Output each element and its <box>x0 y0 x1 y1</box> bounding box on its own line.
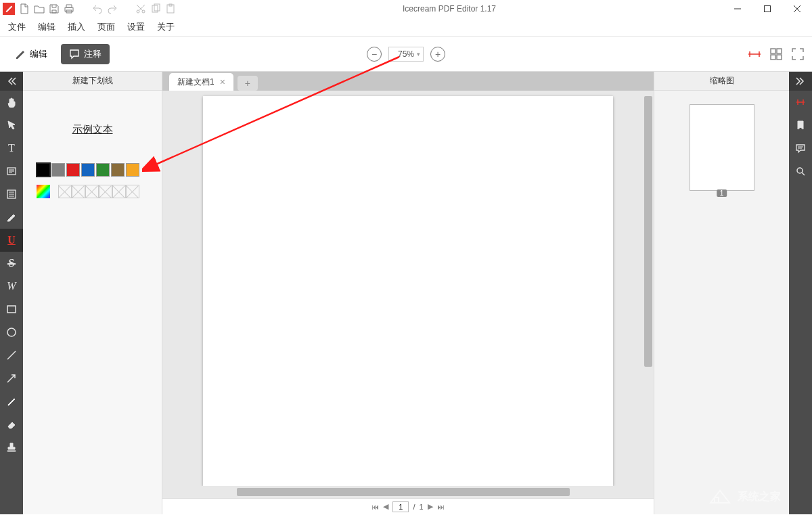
mode-bar: 编辑 注释 − 75% + <box>0 37 812 72</box>
strikethrough-tool[interactable]: S <box>0 252 23 275</box>
select-tool[interactable] <box>0 114 23 137</box>
thumbnails-tab[interactable] <box>789 91 812 114</box>
comments-tab[interactable] <box>789 137 812 160</box>
swatch-black[interactable] <box>37 163 50 177</box>
watermark: 系统之家 <box>705 482 807 512</box>
tab-label: 新建文档1 <box>177 76 215 88</box>
swatch-red[interactable] <box>66 163 80 177</box>
vertical-scrollbar[interactable] <box>644 96 652 367</box>
svg-rect-10 <box>777 55 782 60</box>
fit-width-icon[interactable] <box>747 47 762 62</box>
form-tool[interactable] <box>0 183 23 206</box>
underline-tool[interactable]: U <box>0 229 23 252</box>
page-thumbnail[interactable]: 1 <box>690 104 754 191</box>
add-tab-button[interactable]: + <box>238 76 258 91</box>
copy-icon[interactable] <box>150 3 161 14</box>
pencil-icon <box>15 49 26 60</box>
hand-tool[interactable] <box>0 91 23 114</box>
swatch-green[interactable] <box>96 163 110 177</box>
page-number-input[interactable] <box>392 501 409 512</box>
undo-icon[interactable] <box>92 3 103 14</box>
mode-edit-button[interactable]: 编辑 <box>7 44 55 64</box>
prev-page-button[interactable]: ◀ <box>383 502 388 511</box>
circle-tool[interactable] <box>0 321 23 344</box>
horizontal-scrollbar-track[interactable] <box>162 486 644 498</box>
tab-bar: 新建文档1 × + <box>162 72 654 91</box>
swatch-brown[interactable] <box>111 163 125 177</box>
pencil-tool[interactable] <box>0 390 23 413</box>
tab-close-icon[interactable]: × <box>220 76 225 87</box>
svg-text:系统之家: 系统之家 <box>737 490 781 502</box>
text-tool[interactable]: T <box>0 137 23 160</box>
rectangle-tool[interactable] <box>0 298 23 321</box>
document-tab[interactable]: 新建文档1 × <box>169 73 233 91</box>
menu-settings[interactable]: 设置 <box>127 21 145 33</box>
mode-annotate-label: 注释 <box>84 48 102 60</box>
maximize-button[interactable] <box>752 0 782 18</box>
print-icon[interactable] <box>64 3 74 14</box>
svg-rect-13 <box>7 306 16 313</box>
paste-icon[interactable] <box>165 3 176 14</box>
svg-rect-6 <box>765 6 771 12</box>
fullscreen-icon[interactable] <box>790 47 805 62</box>
note-tool[interactable] <box>0 160 23 183</box>
page-canvas[interactable] <box>203 96 613 486</box>
menu-file[interactable]: 文件 <box>8 21 26 33</box>
canvas-viewport[interactable] <box>162 91 654 498</box>
app-icon <box>3 3 15 15</box>
search-tab[interactable] <box>789 160 812 183</box>
color-picker-button[interactable] <box>37 185 50 198</box>
stamp-tool[interactable] <box>0 436 23 459</box>
page-thumbnail-number: 1 <box>717 189 727 197</box>
eraser-tool[interactable] <box>0 413 23 436</box>
menu-edit[interactable]: 编辑 <box>38 21 55 33</box>
svg-point-14 <box>7 328 16 336</box>
custom-swatch-empty[interactable] <box>85 185 99 198</box>
thumbnail-view-icon[interactable] <box>769 47 784 62</box>
new-file-icon[interactable] <box>19 3 30 14</box>
highlight-tool[interactable] <box>0 206 23 229</box>
open-file-icon[interactable] <box>34 3 45 14</box>
menu-page[interactable]: 页面 <box>97 21 115 33</box>
zoom-in-button[interactable]: + <box>430 47 445 62</box>
mode-annotate-button[interactable]: 注释 <box>61 44 110 64</box>
custom-swatch-empty[interactable] <box>72 185 85 198</box>
svg-rect-8 <box>777 49 782 53</box>
swatch-orange[interactable] <box>126 163 139 177</box>
swatch-blue[interactable] <box>81 163 95 177</box>
custom-swatch-empty[interactable] <box>112 185 126 198</box>
cut-icon[interactable] <box>135 3 146 14</box>
menu-insert[interactable]: 插入 <box>68 21 85 33</box>
save-icon[interactable] <box>49 3 60 14</box>
properties-panel-title: 新建下划线 <box>23 72 162 91</box>
line-tool[interactable] <box>0 344 23 367</box>
minimize-button[interactable] <box>723 0 752 18</box>
thumbnails-panel-title: 缩略图 <box>654 72 789 91</box>
last-page-button[interactable]: ⏭ <box>437 503 445 511</box>
document-area: 新建文档1 × + ⏮ ◀ / 1 ▶ ⏭ <box>162 72 654 514</box>
right-tool-strip <box>789 72 812 514</box>
bookmarks-tab[interactable] <box>789 114 812 137</box>
properties-panel: 新建下划线 示例文本 <box>23 72 162 514</box>
next-page-button[interactable]: ▶ <box>428 502 433 511</box>
redo-icon[interactable] <box>107 3 118 14</box>
custom-swatch-empty[interactable] <box>126 185 139 198</box>
custom-swatch-empty[interactable] <box>99 185 112 198</box>
sample-text-preview: 示例文本 <box>23 123 162 136</box>
horizontal-scrollbar-thumb[interactable] <box>237 488 570 496</box>
collapse-right-button[interactable] <box>789 72 812 91</box>
zoom-value-dropdown[interactable]: 75% <box>388 47 424 62</box>
first-page-button[interactable]: ⏮ <box>371 503 379 511</box>
arrow-tool[interactable] <box>0 367 23 390</box>
custom-swatch-empty[interactable] <box>58 185 72 198</box>
window-title: Icecream PDF Editor 1.17 <box>176 4 723 14</box>
collapse-left-button[interactable] <box>0 72 23 91</box>
zoom-out-button[interactable]: − <box>367 47 382 62</box>
color-swatch-row <box>23 163 162 177</box>
menu-bar: 文件 编辑 插入 页面 设置 关于 <box>0 18 812 37</box>
squiggly-tool[interactable]: W <box>0 275 23 298</box>
swatch-gray[interactable] <box>51 163 65 177</box>
close-button[interactable] <box>782 0 812 18</box>
left-tool-strip: T U S W <box>0 72 23 514</box>
menu-about[interactable]: 关于 <box>157 21 175 33</box>
